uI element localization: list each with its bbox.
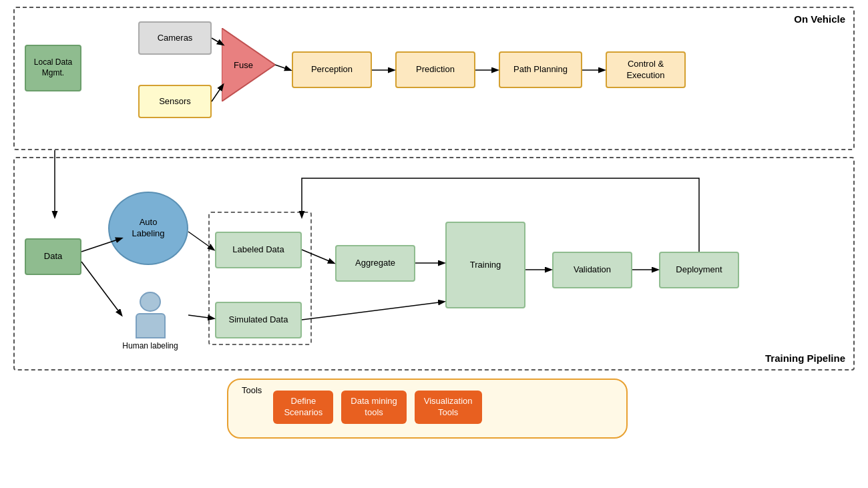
on-vehicle-section: On Vehicle Local Data Mgmt. Cameras Sens… — [13, 7, 855, 150]
training-label: Training Pipeline — [765, 352, 845, 364]
aggregate-box: Aggregate — [335, 245, 415, 282]
validation-box: Validation — [552, 252, 632, 288]
labeled-data-box: Labeled Data — [215, 232, 302, 268]
svg-line-16 — [302, 302, 444, 320]
define-scenarios-button[interactable]: Define Scenarios — [273, 391, 333, 424]
path-planning-box: Path Planning — [499, 51, 582, 88]
diagram-container: On Vehicle Local Data Mgmt. Cameras Sens… — [13, 7, 855, 439]
cameras-box: Cameras — [138, 21, 212, 55]
perception-box: Perception — [292, 51, 372, 88]
svg-line-4 — [275, 65, 290, 70]
data-mining-tools-button[interactable]: Data mining tools — [341, 391, 406, 424]
training-box: Training — [445, 222, 525, 308]
human-labeling-group: Human labeling — [114, 292, 187, 352]
auto-labeling-circle: Auto Labeling — [108, 192, 188, 265]
vertical-connector — [48, 150, 61, 220]
prediction-box: Prediction — [395, 51, 475, 88]
sensors-box: Sensors — [138, 85, 212, 118]
training-section: Training Pipeline Data Auto Labeling Hum… — [13, 157, 855, 371]
tools-section: Tools Define Scenarios Data mining tools… — [227, 379, 628, 439]
svg-text:Fuse: Fuse — [234, 60, 253, 70]
control-execution-box: Control & Execution — [606, 51, 686, 88]
on-vehicle-label: On Vehicle — [794, 13, 845, 25]
tools-label: Tools — [242, 385, 262, 395]
local-data-mgmt-box: Local Data Mgmt. — [25, 45, 81, 91]
deployment-box: Deployment — [659, 252, 739, 288]
data-box: Data — [25, 238, 81, 275]
fuse-triangle: Fuse — [222, 28, 275, 101]
simulated-data-box: Simulated Data — [215, 302, 302, 338]
visualization-tools-button[interactable]: Visualization Tools — [415, 391, 482, 424]
